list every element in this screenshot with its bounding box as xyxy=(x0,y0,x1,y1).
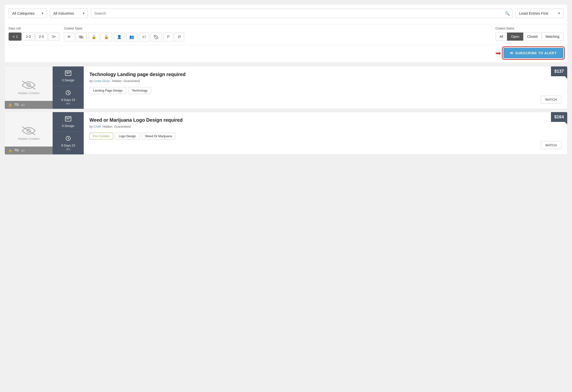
tag-weed-marijuana: Weed Or Marijuana xyxy=(142,133,175,140)
tag-logo-design: Logo Design xyxy=(115,133,140,140)
categories-select[interactable]: All Categories xyxy=(9,9,47,18)
tag-pro-contest: Pro Contest xyxy=(89,133,113,140)
design-icon-1 xyxy=(65,70,71,78)
footer-lock-icon-2: 🔒 xyxy=(8,149,12,153)
time-remaining-2: 9 Days 22 xyxy=(61,144,75,147)
footer-lock-icon-1: 🔒 xyxy=(8,103,12,107)
contest-meta-1: by Linda Ginac Hidden Guaranteed xyxy=(89,79,561,83)
hidden-contest-label-1: Hidden Contest xyxy=(18,91,39,95)
type-eye-open-btn[interactable]: 👁 xyxy=(64,32,74,41)
card-left-2: Hidden Contest 🔒 🏷 xyxy=(5,112,53,154)
time-unit-2: Hrs xyxy=(66,148,70,151)
hidden-contest-label-2: Hidden Contest xyxy=(18,137,39,141)
footer-tag-icon-2: 🏷 xyxy=(21,149,25,153)
days-buttons-group: ≺ 1 1-2 2-3 3+ xyxy=(9,32,59,41)
contest-type-buttons: 👁 🔒 🔓 👤 👥 🏷 xyxy=(64,32,185,41)
arrow-container: ➡ ✉ SUBSCRIBE TO ALERT xyxy=(495,48,563,58)
day-btn-less1[interactable]: ≺ 1 xyxy=(9,32,21,41)
card-tags-1: Landing Page Design Technology xyxy=(89,87,561,94)
contest-card-1: Hidden Contest 🔒 🏷 xyxy=(5,66,567,109)
subscribe-label: SUBSCRIBE TO ALERT xyxy=(515,51,557,55)
envelope-icon: ✉ xyxy=(510,51,513,55)
card-middle-top-2: 0 Design xyxy=(53,112,84,132)
card-left-1: Hidden Contest 🔒 🏷 xyxy=(5,66,53,109)
day-btn-2-3[interactable]: 2-3 xyxy=(35,32,47,41)
second-filter-row: Days Left ≺ 1 1-2 2-3 3+ Contest Types 👁 xyxy=(5,24,567,45)
search-wrapper: 🔍 xyxy=(91,9,513,18)
svg-point-4 xyxy=(66,73,67,74)
footer-eye-icon-2 xyxy=(15,148,19,153)
design-icon-2 xyxy=(65,116,71,123)
watch-button-1[interactable]: WATCH xyxy=(541,96,561,104)
designs-count-2: 0 Design xyxy=(62,124,74,128)
card-middle-bottom-1: 9 Days 23 Hrs xyxy=(53,86,84,109)
search-icon: 🔍 xyxy=(505,11,510,16)
search-input[interactable] xyxy=(91,9,513,18)
sort-select-wrapper: Least Entries First ▼ xyxy=(516,9,563,18)
industries-select[interactable]: All Industries xyxy=(50,9,88,18)
author-link-1[interactable]: Linda Ginac xyxy=(94,79,110,83)
clock-icon-2 xyxy=(65,136,71,143)
contest-list: Hidden Contest 🔒 🏷 xyxy=(5,66,567,154)
card-middle-top-1: 0 Design xyxy=(53,66,84,86)
contest-types-group: Contest Types 👁 🔒 🔓 👤 xyxy=(64,27,185,41)
card-tags-2: Pro Contest Logo Design Weed Or Marijuan… xyxy=(89,133,561,140)
type-person-btn[interactable]: 👤 xyxy=(114,32,125,41)
designs-count-1: 0 Design xyxy=(62,78,74,82)
card-footer-icons-2: 🔒 🏷 xyxy=(5,146,53,154)
type-eye-hidden-btn[interactable] xyxy=(76,32,87,41)
type-lock-open-btn[interactable]: 🔓 xyxy=(101,32,112,41)
footer-tag-icon-1: 🏷 xyxy=(21,103,25,107)
top-filter-bar: All Categories ▼ All Industries ▼ 🔍 Leas… xyxy=(5,5,567,22)
days-left-label: Days Left xyxy=(9,27,59,30)
status-all-btn[interactable]: All xyxy=(495,32,508,41)
watch-button-2[interactable]: WATCH xyxy=(541,141,561,149)
type-tag-btn[interactable]: 🏷 xyxy=(139,32,149,41)
type-lock-closed-btn[interactable]: 🔒 xyxy=(88,32,99,41)
contest-status-group: Contest Status All Open Closed Watching xyxy=(495,27,563,41)
type-people-btn[interactable]: 👥 xyxy=(126,32,137,41)
tag-landing-page: Landing Page Design xyxy=(89,87,126,94)
status-watching-btn[interactable]: Watching xyxy=(541,32,563,41)
price-badge-2: $164 xyxy=(551,112,567,122)
type-tag-alt-btn[interactable] xyxy=(151,32,162,41)
card-footer-icons-1: 🔒 🏷 xyxy=(5,101,53,109)
subscribe-row: ➡ ✉ SUBSCRIBE TO ALERT xyxy=(5,45,567,62)
time-remaining-1: 9 Days 23 xyxy=(61,98,75,102)
clock-icon-1 xyxy=(65,90,71,97)
status-buttons-group: All Open Closed Watching xyxy=(495,32,563,41)
contest-title-1: Technology Landing page design required xyxy=(89,72,561,77)
day-btn-3plus[interactable]: 3+ xyxy=(48,32,59,41)
categories-select-wrapper: All Categories ▼ xyxy=(9,9,47,18)
contest-meta-2: by Chief Hidden Guaranteed xyxy=(89,125,561,128)
svg-point-1 xyxy=(155,36,156,37)
status-open-btn[interactable]: Open xyxy=(507,32,523,41)
price-badge-1: $137 xyxy=(551,66,567,76)
day-btn-1-2[interactable]: 1-2 xyxy=(22,32,34,41)
days-left-group: Days Left ≺ 1 1-2 2-3 3+ xyxy=(9,27,59,41)
author-link-2[interactable]: Chief xyxy=(94,125,101,128)
time-unit-1: Hrs xyxy=(66,102,70,105)
hidden-contest-icon-1 xyxy=(21,80,36,90)
card-right-2: $164 Weed or Marijuana Logo Design requi… xyxy=(84,112,567,154)
contest-status-label: Contest Status xyxy=(495,27,563,30)
svg-point-8 xyxy=(66,118,67,119)
contest-types-label: Contest Types xyxy=(64,27,185,30)
card-middle-2: 0 Design 9 Days 22 Hrs xyxy=(53,112,84,154)
red-arrow-icon: ➡ xyxy=(495,49,501,57)
card-right-1: $137 Technology Landing page design requ… xyxy=(84,66,567,109)
subscribe-alert-button[interactable]: ✉ SUBSCRIBE TO ALERT xyxy=(503,48,563,58)
type-p-slash-btn[interactable]: P xyxy=(175,32,184,41)
tag-technology: Technology xyxy=(128,87,151,94)
status-closed-btn[interactable]: Closed xyxy=(523,32,542,41)
contest-title-2: Weed or Marijuana Logo Design required xyxy=(89,117,561,123)
footer-eye-icon-1 xyxy=(15,103,19,107)
card-middle-bottom-2: 9 Days 22 Hrs xyxy=(53,132,84,154)
hidden-contest-icon-2 xyxy=(21,126,36,136)
type-p-btn[interactable]: P xyxy=(164,32,173,41)
contest-card-2: Hidden Contest 🔒 🏷 xyxy=(5,112,567,154)
industries-select-wrapper: All Industries ▼ xyxy=(50,9,88,18)
card-middle-1: 0 Design 9 Days 23 Hrs xyxy=(53,66,84,109)
sort-select[interactable]: Least Entries First xyxy=(516,9,563,18)
